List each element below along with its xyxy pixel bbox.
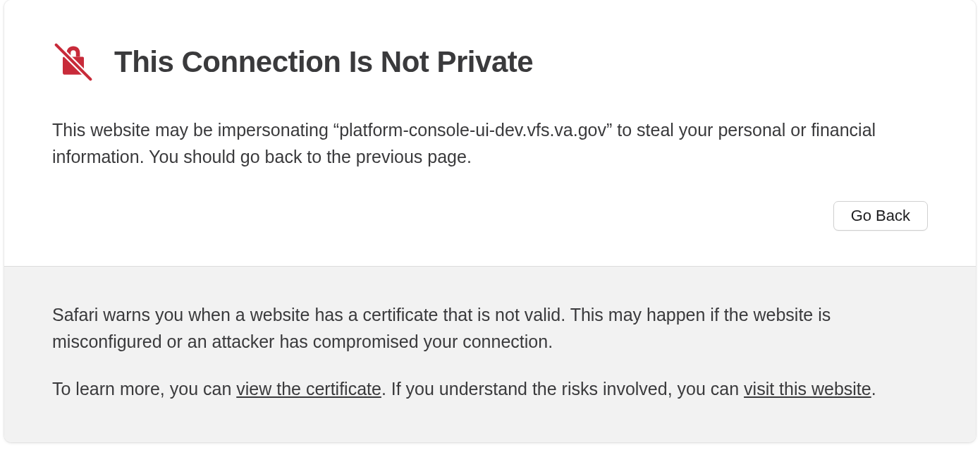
visit-website-link[interactable]: visit this website: [744, 379, 871, 399]
warning-top-section: This Connection Is Not Private This webs…: [4, 0, 976, 266]
privacy-warning-dialog: This Connection Is Not Private This webs…: [4, 0, 976, 442]
lock-slash-icon: [52, 41, 94, 83]
warning-title: This Connection Is Not Private: [114, 45, 533, 79]
warning-message: This website may be impersonating “platf…: [52, 117, 928, 170]
warning-domain: platform-console-ui-dev.vfs.va.gov: [339, 120, 606, 140]
heading-row: This Connection Is Not Private: [52, 41, 928, 83]
details-section: Safari warns you when a website has a ce…: [4, 267, 976, 442]
go-back-button[interactable]: Go Back: [833, 201, 928, 231]
details-text-3: .: [871, 379, 876, 399]
button-row: Go Back: [52, 201, 928, 231]
details-paragraph-1: Safari warns you when a website has a ce…: [52, 302, 928, 355]
details-paragraph-2: To learn more, you can view the certific…: [52, 376, 928, 403]
details-text-1: To learn more, you can: [52, 379, 236, 399]
details-text-2: . If you understand the risks involved, …: [381, 379, 744, 399]
warning-message-prefix: This website may be impersonating “: [52, 120, 339, 140]
view-certificate-link[interactable]: view the certificate: [236, 379, 381, 399]
